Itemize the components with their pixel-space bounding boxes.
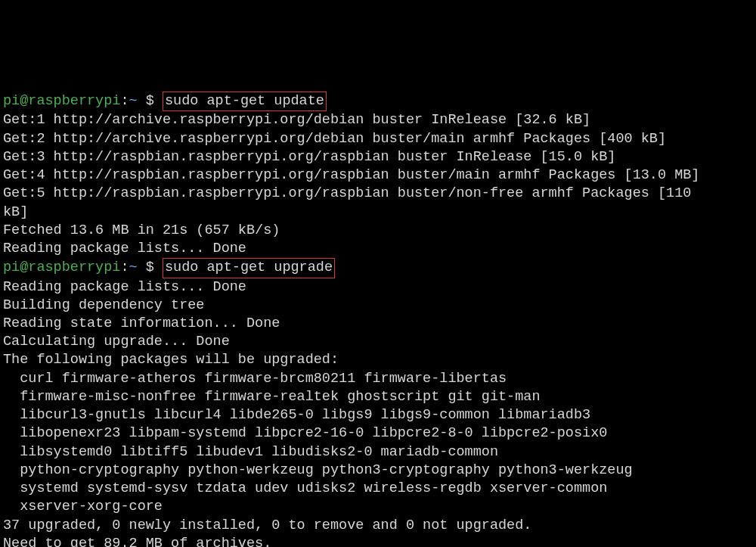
output-line: 37 upgraded, 0 newly installed, 0 to rem… — [3, 517, 531, 533]
output-line: Building dependency tree — [3, 297, 204, 313]
prompt-path: ~ — [129, 93, 146, 109]
output-line: Reading package lists... Done — [3, 241, 246, 256]
pkg-line: systemd systemd-sysv tzdata udev udisks2… — [3, 480, 753, 498]
output-line: Get:5 http://raspbian.raspberrypi.org/ra… — [3, 185, 699, 219]
output-line: Reading package lists... Done — [3, 279, 246, 295]
pkg-line: curl firmware-atheros firmware-brcm80211… — [3, 370, 753, 388]
prompt-user: pi@raspberrypi — [3, 260, 120, 275]
prompt-sep: : — [120, 260, 129, 275]
pkg-line: xserver-xorg-core — [3, 498, 753, 516]
output-line: Get:2 http://archive.raspberrypi.org/deb… — [3, 131, 666, 147]
prompt-line-1: pi@raspberrypi:~ $ sudo apt-get update — [3, 93, 327, 109]
prompt-sep: : — [120, 93, 129, 109]
output-line: Fetched 13.6 MB in 21s (657 kB/s) — [3, 222, 280, 238]
command-update: sudo apt-get update — [163, 92, 327, 111]
output-line: Get:4 http://raspbian.raspberrypi.org/ra… — [3, 167, 699, 183]
prompt-dollar: $ — [146, 93, 163, 109]
pkg-line: libcurl3-gnutls libcurl4 libde265-0 libg… — [3, 406, 753, 424]
output-line: Get:3 http://raspbian.raspberrypi.org/ra… — [3, 149, 615, 165]
pkg-line: python-cryptography python-werkzeug pyth… — [3, 462, 753, 480]
prompt-path: ~ — [129, 260, 146, 275]
pkg-line: libopenexr23 libpam-systemd libpcre2-16-… — [3, 424, 753, 443]
pkg-line: libsystemd0 libtiff5 libudev1 libudisks2… — [3, 443, 753, 462]
prompt-user: pi@raspberrypi — [3, 93, 120, 109]
output-line: Get:1 http://archive.raspberrypi.org/deb… — [3, 112, 590, 128]
command-upgrade: sudo apt-get upgrade — [163, 258, 335, 278]
prompt-dollar: $ — [146, 260, 163, 275]
terminal-window[interactable]: pi@raspberrypi:~ $ sudo apt-get update G… — [0, 73, 756, 547]
output-line: Need to get 89.2 MB of archives. — [3, 536, 271, 547]
prompt-line-2: pi@raspberrypi:~ $ sudo apt-get upgrade — [3, 260, 335, 275]
output-line: Reading state information... Done — [3, 315, 280, 331]
output-line: The following packages will be upgraded: — [3, 352, 339, 368]
pkg-line: firmware-misc-nonfree firmware-realtek g… — [3, 388, 753, 406]
output-line: Calculating upgrade... Done — [3, 334, 230, 350]
